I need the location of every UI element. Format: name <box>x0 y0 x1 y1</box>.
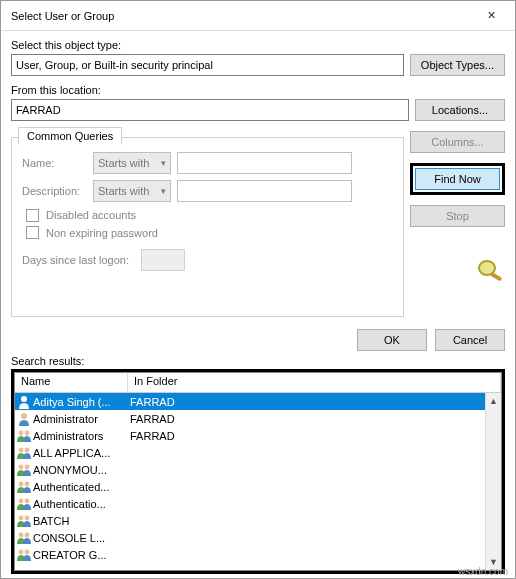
ok-button[interactable]: OK <box>357 329 427 351</box>
row-name: BATCH <box>33 515 128 527</box>
svg-point-18 <box>19 549 24 554</box>
description-row: Description: Starts with ▾ <box>22 180 393 202</box>
name-combo-value: Starts with <box>98 157 149 169</box>
vertical-scrollbar[interactable]: ▲ ▼ <box>485 393 501 570</box>
table-row[interactable]: Authenticatio... <box>15 495 501 512</box>
dialog-window: Select User or Group ✕ Select this objec… <box>0 0 516 579</box>
svg-point-14 <box>19 515 24 520</box>
svg-point-16 <box>19 532 24 537</box>
find-now-button[interactable]: Find Now <box>415 168 500 190</box>
tab-common-queries[interactable]: Common Queries <box>18 127 122 145</box>
row-name: Administrators <box>33 430 128 442</box>
disabled-accounts-row: Disabled accounts <box>22 208 393 222</box>
table-row[interactable]: Authenticated... <box>15 478 501 495</box>
row-name: ALL APPLICA... <box>33 447 128 459</box>
svg-point-15 <box>25 515 30 520</box>
cancel-button[interactable]: Cancel <box>435 329 505 351</box>
row-name: Administrator <box>33 413 128 425</box>
object-type-section: Select this object type: Object Types... <box>11 39 505 76</box>
queries-right-buttons: Columns... Find Now Stop <box>410 129 505 317</box>
svg-point-3 <box>21 413 27 419</box>
name-label: Name: <box>22 157 87 169</box>
svg-point-5 <box>25 430 30 435</box>
non-expiring-row: Non expiring password <box>22 226 393 240</box>
table-row[interactable]: CREATOR G... <box>15 546 501 563</box>
svg-point-10 <box>19 481 24 486</box>
results-rows: Aditya Singh (...FARRADAdministratorFARR… <box>15 393 501 563</box>
svg-point-2 <box>21 396 27 402</box>
column-header-folder[interactable]: In Folder <box>128 373 501 392</box>
name-combo[interactable]: Starts with ▾ <box>93 152 171 174</box>
row-folder: FARRAD <box>128 430 501 442</box>
group-icon <box>15 547 33 563</box>
find-now-highlight: Find Now <box>410 163 505 195</box>
svg-point-17 <box>25 532 30 537</box>
location-label: From this location: <box>11 84 505 96</box>
window-title: Select User or Group <box>11 10 471 22</box>
location-input[interactable] <box>11 99 409 121</box>
svg-point-12 <box>19 498 24 503</box>
group-icon <box>15 428 33 444</box>
close-button[interactable]: ✕ <box>471 2 511 30</box>
locations-button[interactable]: Locations... <box>415 99 505 121</box>
table-row[interactable]: Aditya Singh (...FARRAD <box>15 393 501 410</box>
search-results-label: Search results: <box>1 355 515 367</box>
titlebar: Select User or Group ✕ <box>1 1 515 31</box>
svg-rect-1 <box>490 272 502 281</box>
table-row[interactable]: CONSOLE L... <box>15 529 501 546</box>
days-since-row: Days since last logon: <box>22 249 393 271</box>
description-input[interactable] <box>177 180 352 202</box>
svg-point-11 <box>25 481 30 486</box>
table-row[interactable]: ALL APPLICA... <box>15 444 501 461</box>
group-icon <box>15 479 33 495</box>
table-row[interactable]: ANONYMOU... <box>15 461 501 478</box>
svg-point-19 <box>25 549 30 554</box>
name-row: Name: Starts with ▾ <box>22 152 393 174</box>
svg-point-4 <box>19 430 24 435</box>
watermark: wsxdn.com <box>458 566 508 577</box>
row-folder: FARRAD <box>128 396 501 408</box>
object-type-input[interactable] <box>11 54 404 76</box>
group-icon <box>15 530 33 546</box>
name-input[interactable] <box>177 152 352 174</box>
row-name: Aditya Singh (... <box>33 396 128 408</box>
svg-point-9 <box>25 464 30 469</box>
row-folder: FARRAD <box>128 413 501 425</box>
description-label: Description: <box>22 185 87 197</box>
scroll-up-icon[interactable]: ▲ <box>486 393 501 409</box>
non-expiring-label: Non expiring password <box>46 227 158 239</box>
queries-left: Common Queries Name: Starts with ▾ Descr… <box>11 129 404 317</box>
search-results-box: Name In Folder Aditya Singh (...FARRADAd… <box>11 369 505 574</box>
row-name: CONSOLE L... <box>33 532 128 544</box>
group-icon <box>15 513 33 529</box>
object-types-button[interactable]: Object Types... <box>410 54 505 76</box>
table-row[interactable]: AdministratorFARRAD <box>15 410 501 427</box>
svg-point-6 <box>19 447 24 452</box>
close-icon: ✕ <box>487 9 496 22</box>
row-name: Authenticated... <box>33 481 128 493</box>
results-list[interactable]: Name In Folder Aditya Singh (...FARRADAd… <box>14 372 502 571</box>
user-icon <box>15 394 33 410</box>
days-since-combo[interactable] <box>141 249 185 271</box>
row-name: ANONYMOU... <box>33 464 128 476</box>
user-icon <box>15 411 33 427</box>
disabled-accounts-checkbox[interactable] <box>26 209 39 222</box>
table-row[interactable]: BATCH <box>15 512 501 529</box>
description-combo[interactable]: Starts with ▾ <box>93 180 171 202</box>
table-row[interactable]: AdministratorsFARRAD <box>15 427 501 444</box>
group-icon <box>15 445 33 461</box>
group-icon <box>15 462 33 478</box>
columns-button[interactable]: Columns... <box>410 131 505 153</box>
stop-button[interactable]: Stop <box>410 205 505 227</box>
column-header-name[interactable]: Name <box>15 373 128 392</box>
group-icon <box>15 496 33 512</box>
object-type-label: Select this object type: <box>11 39 505 51</box>
description-combo-value: Starts with <box>98 185 149 197</box>
non-expiring-checkbox[interactable] <box>26 226 39 239</box>
disabled-accounts-label: Disabled accounts <box>46 209 136 221</box>
row-name: CREATOR G... <box>33 549 128 561</box>
upper-content: Select this object type: Object Types...… <box>1 31 515 321</box>
chevron-down-icon: ▾ <box>161 158 166 168</box>
common-queries-panel: Common Queries Name: Starts with ▾ Descr… <box>11 137 404 317</box>
location-section: From this location: Locations... <box>11 84 505 121</box>
